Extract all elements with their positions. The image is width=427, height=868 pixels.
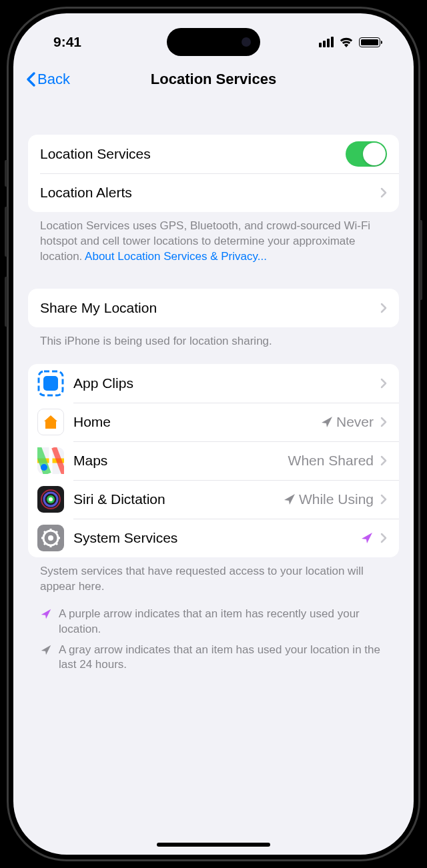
row-label: Share My Location [40,300,380,316]
back-label: Back [37,71,70,88]
group-footer: Location Services uses GPS, Bluetooth, a… [28,212,399,265]
svg-point-3 [41,464,47,471]
row-label: Location Alerts [40,185,380,201]
share-my-location-row[interactable]: Share My Location [28,289,399,327]
legend: A purple arrow indicates that an item ha… [28,595,399,673]
siri-row[interactable]: Siri & Dictation While Using [28,480,399,519]
settings-icon [37,525,64,551]
location-arrow-gray-icon [40,644,52,673]
svg-point-8 [49,497,53,501]
location-services-row[interactable]: Location Services [28,135,399,173]
system-services-row[interactable]: System Services [28,519,399,557]
location-arrow-gray-icon [283,493,296,506]
maps-app-icon [37,447,64,474]
legend-text: A purple arrow indicates that an item ha… [59,607,387,637]
row-value: When Shared [288,453,374,469]
svg-rect-1 [43,376,58,391]
cellular-icon [319,37,334,47]
apps-footer: System services that have requested acce… [28,557,399,595]
row-label: App Clips [73,375,380,391]
row-label: Siri & Dictation [73,491,283,507]
location-arrow-purple-icon [40,608,52,637]
svg-point-10 [48,535,53,541]
chevron-right-icon [380,187,387,198]
back-button[interactable]: Back [25,71,70,88]
chevron-right-icon [380,494,387,505]
home-app-icon [37,409,64,435]
row-label: Maps [73,453,288,469]
status-time: 9:41 [53,34,81,50]
svg-line-15 [44,531,46,533]
device-notch [167,28,260,56]
privacy-link[interactable]: About Location Services & Privacy... [85,250,267,263]
group-footer: This iPhone is being used for location s… [28,327,399,349]
page-title: Location Services [151,71,276,88]
location-services-toggle[interactable] [346,141,387,167]
app-clips-row[interactable]: App Clips [28,364,399,403]
home-row[interactable]: Home Never [28,403,399,441]
chevron-right-icon [380,455,387,466]
maps-row[interactable]: Maps When Shared [28,441,399,480]
wifi-icon [339,37,354,47]
row-label: Home [73,414,320,430]
svg-line-16 [55,543,57,545]
row-value: Never [336,414,374,430]
chevron-right-icon [380,533,387,543]
location-arrow-purple-icon [360,531,374,545]
svg-line-17 [44,543,46,545]
row-value: While Using [299,491,374,507]
legend-purple: A purple arrow indicates that an item ha… [40,607,387,637]
chevron-left-icon [25,71,36,87]
legend-gray: A gray arrow indicates that an item has … [40,643,387,673]
svg-line-18 [55,531,57,533]
row-label: System Services [73,530,360,546]
status-icons [319,37,380,47]
chevron-right-icon [380,378,387,389]
battery-icon [359,37,380,47]
legend-text: A gray arrow indicates that an item has … [59,643,387,673]
chevron-right-icon [380,303,387,313]
siri-app-icon [37,486,64,513]
chevron-right-icon [380,417,387,427]
location-alerts-row[interactable]: Location Alerts [28,173,399,212]
nav-bar: Back Location Services [13,60,414,99]
location-arrow-gray-icon [320,415,334,429]
app-clips-icon [37,370,64,397]
row-label: Location Services [40,146,346,162]
home-indicator[interactable] [157,843,270,847]
